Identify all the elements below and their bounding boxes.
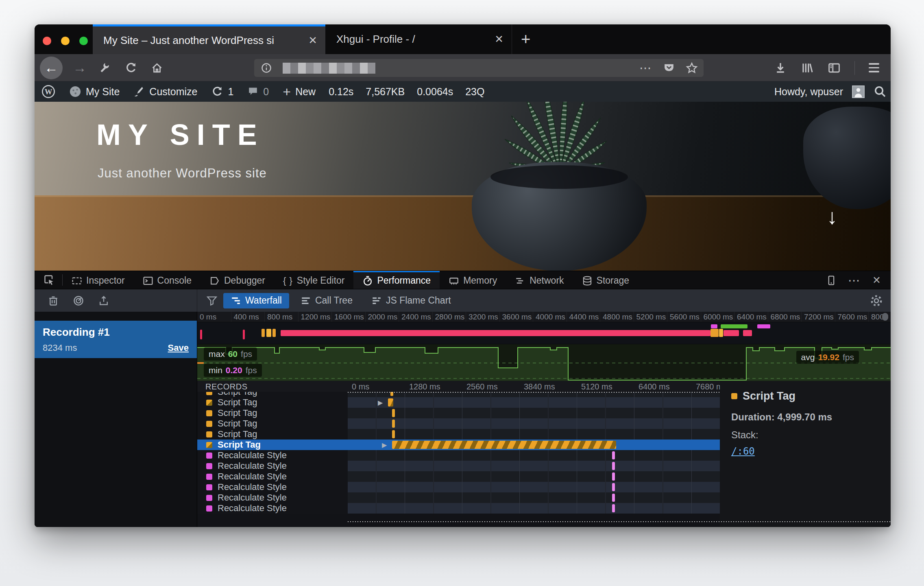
- devtools-close-icon[interactable]: ✕: [872, 274, 881, 286]
- record-row[interactable]: Recalculate Style: [197, 461, 720, 471]
- flame-icon: [371, 295, 382, 306]
- bookmark-star-icon[interactable]: [686, 62, 698, 74]
- devtools-menu-icon[interactable]: ⋯: [848, 276, 861, 284]
- wp-site-menu[interactable]: My Site: [62, 81, 126, 102]
- expand-triangle-icon[interactable]: ▶: [382, 441, 387, 449]
- fps-graph[interactable]: max60fps min0.20fps avg19.92fps: [197, 344, 891, 381]
- overview-marker: [262, 329, 265, 337]
- record-row[interactable]: Recalculate Style: [197, 503, 720, 514]
- recording-item[interactable]: Recording #1 8234 ms Save: [35, 321, 197, 358]
- record-row[interactable]: Script Tag: [197, 418, 720, 429]
- qm-memory-stat[interactable]: 7,567KB: [360, 86, 411, 98]
- record-row[interactable]: Script Tag▶: [197, 397, 720, 408]
- import-recording-icon[interactable]: [98, 295, 109, 306]
- url-bar[interactable]: ⋯: [254, 59, 704, 77]
- close-window-button[interactable]: [43, 37, 51, 45]
- search-icon[interactable]: [874, 85, 887, 98]
- waterfall-bar: [612, 483, 615, 491]
- record-row[interactable]: Script Tag: [197, 408, 720, 418]
- timeline-ruler: 0 ms400 ms800 ms1200 ms1600 ms2000 ms240…: [197, 312, 891, 322]
- save-recording-link[interactable]: Save: [168, 343, 189, 353]
- ruler-tick: 0 ms: [197, 312, 231, 322]
- expand-triangle-icon[interactable]: ▶: [378, 399, 383, 407]
- clear-recordings-icon[interactable]: [48, 295, 59, 306]
- close-icon[interactable]: ✕: [308, 34, 317, 47]
- view-button-js-flame-chart[interactable]: JS Flame Chart: [364, 293, 458, 308]
- menu-button[interactable]: [869, 63, 879, 72]
- tab-xhgui[interactable]: Xhgui - Profile - / ✕: [326, 24, 512, 54]
- second-pot: [803, 107, 891, 209]
- window-controls: [43, 37, 88, 45]
- records-timeline-tick: 5120 ms: [577, 381, 634, 392]
- waterfall-bar: [612, 451, 615, 459]
- waterfall-overview[interactable]: [197, 322, 891, 344]
- wp-site-name: My Site: [86, 86, 120, 98]
- reload-button[interactable]: [121, 54, 141, 81]
- record-row[interactable]: Recalculate Style: [197, 492, 720, 503]
- waterfall-bar: [612, 472, 615, 481]
- ruler-tick: 2400 ms: [399, 312, 432, 322]
- record-label: Script Tag: [218, 429, 257, 440]
- script-tag-icon: [206, 410, 212, 416]
- wp-updates-button[interactable]: 1: [204, 81, 240, 102]
- devtools-tab-inspector[interactable]: Inspector: [63, 271, 134, 289]
- devtools-tab-debugger[interactable]: Debugger: [200, 271, 274, 289]
- zoom-window-button[interactable]: [79, 37, 88, 45]
- wp-howdy-label[interactable]: Howdy, wpuser: [774, 86, 843, 98]
- responsive-mode-icon[interactable]: [826, 275, 837, 286]
- tab-my-site[interactable]: My Site – Just another WordPress si ✕: [93, 24, 325, 54]
- qm-query-time-stat[interactable]: 0.0064s: [411, 86, 459, 98]
- forward-button[interactable]: →: [70, 54, 90, 81]
- record-row[interactable]: Script Tag: [197, 429, 720, 440]
- scroll-down-arrow[interactable]: ↓: [827, 204, 837, 229]
- script-tag-icon: [206, 442, 212, 448]
- vertical-scrollbar[interactable]: [882, 313, 888, 321]
- devtools-tab-memory[interactable]: Memory: [440, 271, 506, 289]
- sidebar-toggle-icon[interactable]: [828, 61, 841, 74]
- recalculate-style-icon: [206, 505, 212, 512]
- home-button[interactable]: [147, 54, 167, 81]
- devtools-tab-console[interactable]: Console: [134, 271, 200, 289]
- wp-customize-button[interactable]: Customize: [126, 81, 204, 102]
- record-performance-icon[interactable]: [73, 295, 84, 306]
- devtools-tab-performance[interactable]: Performance: [353, 271, 440, 289]
- devtools-tab-storage[interactable]: Storage: [573, 271, 639, 289]
- new-tab-button[interactable]: +: [521, 32, 530, 46]
- qm-query-count-stat[interactable]: 23Q: [459, 86, 490, 98]
- record-row[interactable]: Recalculate Style: [197, 471, 720, 482]
- avatar[interactable]: [852, 85, 865, 98]
- devtools-tab-style-editor[interactable]: { }Style Editor: [274, 271, 353, 289]
- ruler-tick: 6400 ms: [734, 312, 768, 322]
- devtools-tab-network[interactable]: Network: [506, 271, 573, 289]
- filter-icon[interactable]: [206, 295, 218, 306]
- wp-comments-button[interactable]: 0: [240, 81, 276, 102]
- minimize-window-button[interactable]: [61, 37, 70, 45]
- download-icon[interactable]: [774, 61, 787, 74]
- pick-element-icon: [44, 274, 55, 286]
- close-icon[interactable]: ✕: [495, 33, 503, 46]
- record-row[interactable]: Recalculate Style: [197, 450, 720, 461]
- qm-time-stat[interactable]: 0.12s: [323, 86, 360, 98]
- wp-new-button[interactable]: + New: [276, 81, 323, 102]
- record-label: Recalculate Style: [218, 503, 287, 514]
- pocket-icon[interactable]: [663, 62, 675, 74]
- records-timeline-tick: 3840 ms: [520, 381, 577, 392]
- back-button[interactable]: ←: [39, 54, 64, 81]
- page-actions-icon[interactable]: ⋯: [639, 64, 652, 72]
- record-row[interactable]: Recalculate Style: [197, 482, 720, 492]
- stack-frame-link[interactable]: /:60: [731, 446, 755, 457]
- library-icon[interactable]: [801, 61, 814, 74]
- wrench-button[interactable]: [95, 54, 115, 81]
- network-icon: [515, 276, 525, 286]
- inspector-icon: [72, 276, 82, 286]
- record-row[interactable]: Script Tag▶: [197, 440, 720, 450]
- detail-title: Script Tag: [743, 390, 795, 402]
- settings-gear-icon[interactable]: [870, 295, 883, 307]
- view-button-call-tree[interactable]: Call Tree: [293, 293, 360, 308]
- toolbar-separator: [854, 61, 855, 75]
- view-button-waterfall[interactable]: Waterfall: [223, 293, 289, 308]
- records-timeline-tick: 6400 ms: [634, 381, 692, 392]
- ruler-tick: 3200 ms: [466, 312, 499, 322]
- wp-logo-button[interactable]: W: [35, 81, 62, 102]
- pick-element-button[interactable]: [35, 271, 62, 289]
